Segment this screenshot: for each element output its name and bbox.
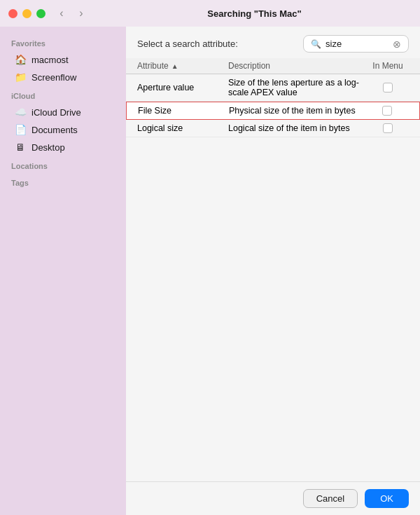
attribute-search-input[interactable] <box>326 39 388 49</box>
in-menu-cell <box>367 83 409 92</box>
sidebar-item-macmost[interactable]: 🏠 macmost <box>3 51 123 68</box>
cloud-icon: ☁️ <box>14 107 27 118</box>
desktop-icon: 🖥 <box>14 142 27 153</box>
sidebar-item-label: iCloud Drive <box>31 107 81 118</box>
dialog-title: Select a search attribute: <box>137 39 238 49</box>
table-row[interactable]: Logical size Logical size of the item in… <box>126 120 420 137</box>
attribute-search-box[interactable]: 🔍 ⊗ <box>303 35 409 53</box>
in-menu-checkbox[interactable] <box>383 83 393 92</box>
back-button[interactable]: ‹ <box>54 6 69 21</box>
tags-label: Tags <box>0 173 126 190</box>
sort-arrow-icon: ▲ <box>172 62 178 70</box>
description-cell: Logical size of the item in bytes <box>228 123 367 133</box>
icloud-label: iCloud <box>0 86 126 103</box>
locations-label: Locations <box>0 156 126 173</box>
cancel-button[interactable]: Cancel <box>303 489 358 508</box>
main-layout: Favorites 🏠 macmost 📁 Screenflow iCloud … <box>0 27 420 515</box>
attribute-cell: Logical size <box>137 123 228 133</box>
sidebar-item-label: macmost <box>31 55 69 65</box>
table-row[interactable]: Aperture value Size of the lens aperture… <box>126 74 420 102</box>
in-menu-cell <box>366 106 408 116</box>
clear-search-button[interactable]: ⊗ <box>393 39 401 49</box>
sidebar-item-screenflow[interactable]: 📁 Screenflow <box>3 69 123 85</box>
dialog-bottom-bar: Cancel OK <box>126 481 420 515</box>
in-menu-column-header: In Menu <box>367 61 409 71</box>
title-bar: ‹ › Searching "This Mac" <box>0 0 420 27</box>
in-menu-checkbox[interactable] <box>383 123 393 133</box>
attribute-dialog: Select a search attribute: 🔍 ⊗ Attribute… <box>126 27 420 515</box>
attribute-column-header[interactable]: Attribute ▲ <box>137 61 228 71</box>
search-icon: 🔍 <box>311 39 321 49</box>
in-menu-cell <box>367 123 409 133</box>
content-area: Documents Search: This Mac "Documents" ✓… <box>126 27 420 515</box>
description-cell: Physical size of the item in bytes <box>229 106 366 116</box>
sidebar-item-icloud-drive[interactable]: ☁️ iCloud Drive <box>3 104 123 121</box>
window-controls <box>8 9 46 18</box>
ok-button[interactable]: OK <box>365 489 409 508</box>
attribute-cell: Aperture value <box>137 83 228 92</box>
folder-icon: 📁 <box>14 71 27 83</box>
dialog-overlay: Select a search attribute: 🔍 ⊗ Attribute… <box>126 27 420 515</box>
minimize-button[interactable] <box>22 9 31 18</box>
attribute-cell: File Size <box>138 106 229 116</box>
description-column-header: Description <box>228 61 367 71</box>
home-icon: 🏠 <box>14 54 27 65</box>
fullscreen-button[interactable] <box>36 9 46 18</box>
table-header: Attribute ▲ Description In Menu <box>126 58 420 74</box>
sidebar: Favorites 🏠 macmost 📁 Screenflow iCloud … <box>0 27 126 515</box>
table-row[interactable]: File Size Physical size of the item in b… <box>126 102 420 120</box>
description-cell: Size of the lens aperture as a log-scale… <box>228 78 367 97</box>
attribute-table: Aperture value Size of the lens aperture… <box>126 74 420 481</box>
sidebar-item-documents[interactable]: 📄 Documents <box>3 121 123 138</box>
document-icon: 📄 <box>14 124 27 135</box>
sidebar-item-label: Screenflow <box>31 72 76 83</box>
window-title: Searching "This Mac" <box>97 8 412 19</box>
sidebar-item-label: Desktop <box>31 142 65 153</box>
nav-buttons: ‹ › <box>54 6 89 21</box>
dialog-top: Select a search attribute: 🔍 ⊗ <box>126 27 420 58</box>
favorites-label: Favorites <box>0 34 126 50</box>
sidebar-item-desktop[interactable]: 🖥 Desktop <box>3 139 123 156</box>
sidebar-item-label: Documents <box>31 125 78 135</box>
in-menu-checkbox[interactable] <box>382 106 392 116</box>
forward-button[interactable]: › <box>74 6 89 21</box>
close-button[interactable] <box>8 9 18 18</box>
